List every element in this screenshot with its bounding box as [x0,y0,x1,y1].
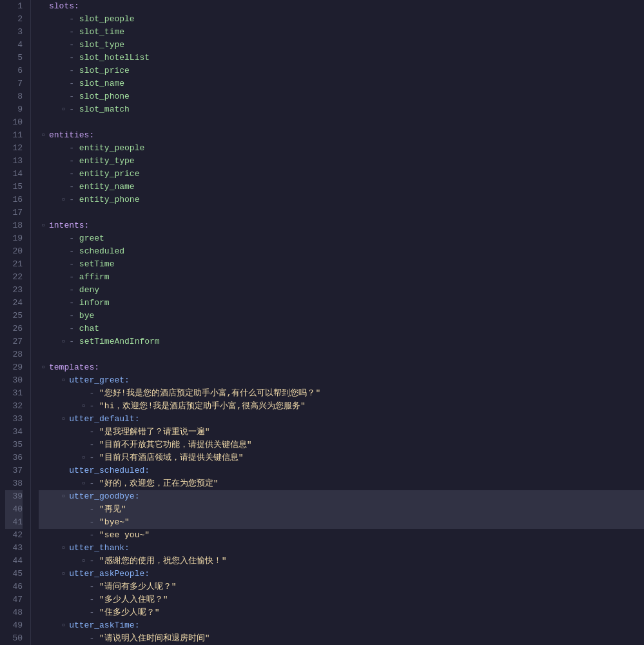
line-number: 21 [5,258,23,271]
indent [39,310,59,322]
dash: - [89,503,99,516]
dash: - [89,555,99,568]
indent [39,258,59,271]
dash: - [89,452,99,464]
indent [39,232,59,245]
no-collapse-icon [59,144,68,153]
code-line: slots: [39,0,644,13]
no-collapse-icon [79,595,88,604]
no-collapse-icon [59,15,68,24]
code-line: - "您好!我是您的酒店预定助手小富,有什么可以帮到您吗？" [39,387,644,400]
indent [39,619,59,632]
collapse-icon[interactable]: ○ [59,195,68,204]
yaml-string: "好的，欢迎您，正在为您预定" [99,477,219,490]
line-number: 27 [5,335,23,348]
collapse-icon[interactable]: ○ [39,363,48,372]
line-number: 43 [5,542,23,555]
line-number: 18 [5,219,23,232]
line-number: 20 [5,245,23,258]
collapse-icon[interactable]: ○ [59,621,68,630]
line-number: 39 [5,490,23,503]
yaml-value: slot_name [79,77,124,90]
dash: - [69,258,79,271]
yaml-value: entity_name [79,181,135,194]
code-line: ○- setTimeAndInform [39,335,644,348]
collapse-icon[interactable]: ○ [59,337,68,346]
yaml-string: "目前只有酒店领域，请提供关键信息" [99,452,244,464]
line-number: 31 [5,387,23,400]
code-line: - slot_name [39,77,644,90]
indent [39,400,79,413]
collapse-icon[interactable]: ○ [79,479,88,488]
code-line: ○utter_thank: [39,542,644,555]
yaml-key: slots: [49,0,79,13]
no-collapse-icon [79,428,88,437]
code-line: - entity_price [39,168,644,181]
collapse-icon[interactable]: ○ [59,492,68,501]
dash: - [89,400,99,413]
line-number: 40 [5,503,23,516]
indent [39,103,59,116]
line-number: 41 [5,516,23,529]
no-collapse-icon [59,92,68,101]
indent [39,632,79,645]
code-line [39,116,644,129]
collapse-icon[interactable]: ○ [59,570,68,579]
indent [39,90,59,103]
no-collapse-icon [59,466,68,475]
yaml-value: entity_people [79,142,144,155]
indent [39,26,59,39]
yaml-subkey: utter_scheduled: [69,464,150,477]
dash: - [89,477,99,490]
dash: - [69,271,79,284]
line-number: 36 [5,452,23,464]
collapse-icon[interactable]: ○ [59,105,68,114]
indent [39,606,79,619]
dash: - [69,90,79,103]
dash: - [69,181,79,194]
yaml-key: intents: [49,219,89,232]
line-number: 34 [5,426,23,439]
collapse-icon[interactable]: ○ [39,131,48,140]
code-line: ○utter_goodbye: [39,490,644,503]
collapse-icon[interactable]: ○ [59,544,68,553]
line-number: 5 [5,52,23,64]
no-collapse-icon [59,273,68,282]
collapse-icon[interactable]: ○ [79,402,88,411]
indent [39,168,59,181]
code-line: ○utter_greet: [39,374,644,387]
yaml-string: "请问有多少人呢？" [99,580,177,593]
indent [39,464,59,477]
collapse-icon[interactable]: ○ [59,415,68,424]
code-line [39,206,644,219]
yaml-string: "是我理解错了？请重说一遍" [99,426,210,439]
indent [39,271,59,284]
line-number: 48 [5,606,23,619]
dash: - [69,232,79,245]
no-collapse-icon [39,2,48,11]
indent [39,439,79,452]
collapse-icon[interactable]: ○ [39,221,48,230]
dash: - [89,580,99,593]
yaml-string: "目前不开放其它功能，请提供关键信息" [99,439,252,452]
dash: - [69,26,79,39]
collapse-icon[interactable]: ○ [79,557,88,566]
code-line: - "多少人入住呢？" [39,593,644,606]
no-collapse-icon [59,312,68,321]
line-number: 15 [5,181,23,194]
no-collapse-icon [59,28,68,37]
collapse-icon[interactable]: ○ [79,453,88,462]
indent [39,452,79,464]
dash: - [89,593,99,606]
line-number: 6 [5,64,23,77]
yaml-value: entity_price [79,168,140,181]
collapse-icon[interactable]: ○ [59,376,68,385]
code-line: - "住多少人呢？" [39,606,644,619]
indent [39,297,59,310]
code-line: - setTime [39,258,644,271]
line-number: 16 [5,194,23,206]
line-number: 44 [5,555,23,568]
dash: - [69,284,79,297]
no-collapse-icon [79,389,88,398]
code-line: - scheduled [39,245,644,258]
